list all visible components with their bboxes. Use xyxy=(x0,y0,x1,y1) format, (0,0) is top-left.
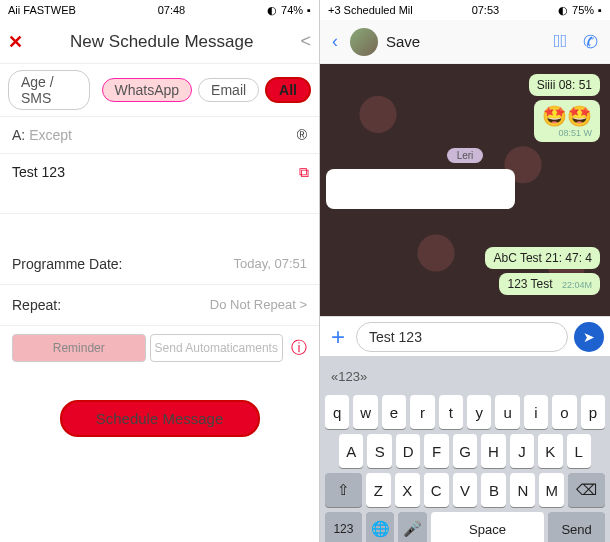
key-G[interactable]: G xyxy=(453,434,477,468)
message-out[interactable]: 🤩🤩 08:51 W xyxy=(534,100,600,142)
key-w[interactable]: w xyxy=(353,395,377,429)
shift-key[interactable]: ⇧ xyxy=(325,473,362,507)
recipient-field[interactable]: A: Except ® xyxy=(0,116,319,154)
message-out[interactable]: Siiii 08: 51 xyxy=(529,74,600,96)
key-S[interactable]: S xyxy=(367,434,391,468)
mode-bar: Reminder Send Automaticaments ⓘ xyxy=(0,326,319,370)
key-e[interactable]: e xyxy=(382,395,406,429)
key-C[interactable]: C xyxy=(424,473,449,507)
message-in[interactable] xyxy=(326,169,515,209)
key-u[interactable]: u xyxy=(495,395,519,429)
video-call-icon[interactable]: ▢⃞ xyxy=(554,31,567,52)
repeat-row[interactable]: Repeat: Do Not Repeat > xyxy=(0,285,319,326)
attach-icon[interactable]: + xyxy=(326,323,350,351)
key-i[interactable]: i xyxy=(524,395,548,429)
schedule-button[interactable]: Schedule Message xyxy=(60,400,260,437)
globe-key[interactable]: 🌐 xyxy=(366,512,394,542)
voice-call-icon[interactable]: ✆ xyxy=(583,31,598,53)
status-time: 07:48 xyxy=(158,4,186,16)
contact-name[interactable]: Save xyxy=(386,33,542,50)
send-button[interactable]: ➤ xyxy=(574,322,604,352)
recipient-value: Except xyxy=(29,127,297,143)
info-icon[interactable]: ⓘ xyxy=(291,338,307,359)
message-input[interactable]: Test 123 xyxy=(356,322,568,352)
key-row-3: ⇧ ZXCVBNM ⌫ xyxy=(325,473,605,507)
battery: 74% xyxy=(281,4,303,16)
registered-icon[interactable]: ® xyxy=(297,127,307,143)
page-title: New Schedule Message xyxy=(23,32,300,52)
tab-sms[interactable]: Age / SMS xyxy=(8,70,90,110)
key-M[interactable]: M xyxy=(539,473,564,507)
numbers-key[interactable]: 123 xyxy=(325,512,362,542)
battery: 75% xyxy=(572,4,594,16)
tab-email[interactable]: Email xyxy=(198,78,259,102)
key-N[interactable]: N xyxy=(510,473,535,507)
key-row-2: ASDFGHJKL xyxy=(325,434,605,468)
key-H[interactable]: H xyxy=(481,434,505,468)
nav-bar: ✕ New Schedule Message < xyxy=(0,20,319,64)
input-bar: + Test 123 ➤ xyxy=(320,316,610,356)
close-icon[interactable]: ✕ xyxy=(8,31,23,53)
key-p[interactable]: p xyxy=(581,395,605,429)
mode-reminder[interactable]: Reminder xyxy=(12,334,146,362)
status-bar: Aii FASTWEB 07:48 ◐ 74% ▪ xyxy=(0,0,319,20)
return-key[interactable]: Send xyxy=(548,512,605,542)
keyboard: «123» qwertyuiop ASDFGHJKL ⇧ ZXCVBNM ⌫ 1… xyxy=(320,356,610,542)
back-arrow-icon[interactable]: < xyxy=(300,31,311,52)
tab-all[interactable]: All xyxy=(265,77,311,103)
key-q[interactable]: q xyxy=(325,395,349,429)
back-icon[interactable]: ‹ xyxy=(332,31,338,52)
key-A[interactable]: A xyxy=(339,434,363,468)
status-title: +3 Scheduled Mil xyxy=(328,4,413,16)
key-o[interactable]: o xyxy=(552,395,576,429)
date-chip: Leri xyxy=(447,148,484,163)
key-Z[interactable]: Z xyxy=(366,473,391,507)
key-X[interactable]: X xyxy=(395,473,420,507)
key-V[interactable]: V xyxy=(453,473,478,507)
message-textarea[interactable]: Test 123 ⧉ xyxy=(0,154,319,214)
avatar[interactable] xyxy=(350,28,378,56)
chat-nav: ‹ Save ▢⃞ ✆ xyxy=(320,20,610,64)
key-L[interactable]: L xyxy=(567,434,591,468)
tab-whatsapp[interactable]: WhatsApp xyxy=(102,78,193,102)
channel-tabs: Age / SMS WhatsApp Email All xyxy=(0,64,319,116)
key-row-1: qwertyuiop xyxy=(325,395,605,429)
chat-area[interactable]: Siiii 08: 51 🤩🤩 08:51 W Leri AbC Test 21… xyxy=(320,64,610,316)
message-out[interactable]: AbC Test 21: 47: 4 xyxy=(485,247,600,269)
key-B[interactable]: B xyxy=(481,473,506,507)
date-row[interactable]: Programme Date: Today, 07:51 xyxy=(0,244,319,285)
status-time: 07:53 xyxy=(472,4,500,16)
mode-auto[interactable]: Send Automaticaments xyxy=(150,334,284,362)
key-K[interactable]: K xyxy=(538,434,562,468)
delete-key[interactable]: ⌫ xyxy=(568,473,605,507)
key-y[interactable]: y xyxy=(467,395,491,429)
suggestion-bar[interactable]: «123» xyxy=(323,362,607,390)
key-F[interactable]: F xyxy=(424,434,448,468)
carrier: Aii FASTWEB xyxy=(8,4,76,16)
key-D[interactable]: D xyxy=(396,434,420,468)
mic-key[interactable]: 🎤 xyxy=(398,512,426,542)
key-r[interactable]: r xyxy=(410,395,434,429)
key-t[interactable]: t xyxy=(439,395,463,429)
space-key[interactable]: Space xyxy=(431,512,545,542)
key-J[interactable]: J xyxy=(510,434,534,468)
status-bar: +3 Scheduled Mil 07:53 ◐ 75% ▪ xyxy=(320,0,610,20)
message-out[interactable]: 123 Test 22:04M xyxy=(499,273,600,295)
copy-icon[interactable]: ⧉ xyxy=(299,164,309,181)
